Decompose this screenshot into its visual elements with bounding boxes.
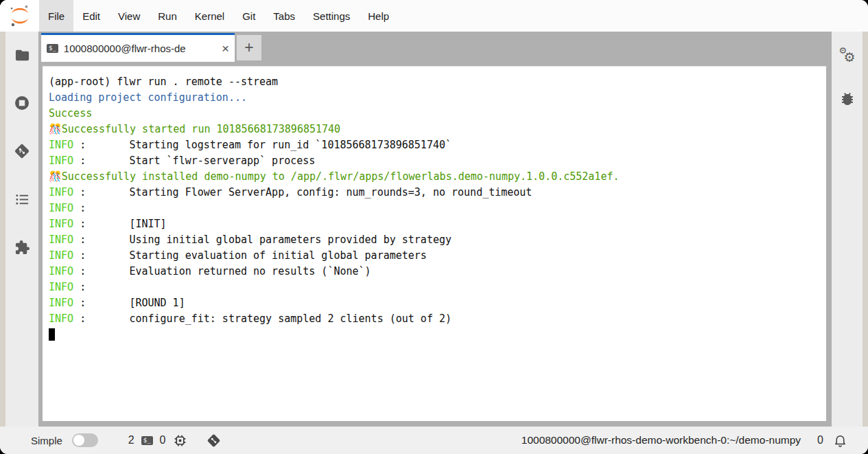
terminal-line: Success: [49, 106, 820, 122]
terminal-cursor: [49, 328, 55, 341]
workspace: $_ 1000800000@flwr-rhos-de × + (app-root…: [0, 32, 868, 427]
terminal-panel[interactable]: (app-root) flwr run . remote --streamLoa…: [43, 66, 826, 421]
app-logo[interactable]: [0, 0, 39, 32]
terminal-line: [49, 327, 820, 343]
sidebar-item-extensions[interactable]: [14, 239, 30, 256]
sessions-status[interactable]: 2 $_ 0: [128, 433, 187, 448]
puzzle-icon: [14, 240, 30, 256]
sidebar-item-property-inspector[interactable]: ⚙⚙: [839, 48, 856, 65]
jupyterlab-window: FileEditViewRunKernelGitTabsSettingsHelp: [0, 0, 868, 454]
sidebar-item-table-of-contents[interactable]: [14, 191, 30, 207]
kernel-chip-icon: [173, 433, 187, 448]
menu-bar-items: FileEditViewRunKernelGitTabsSettingsHelp: [39, 0, 398, 32]
terminal-line: INFO :: [49, 201, 820, 216]
menu-item-view[interactable]: View: [109, 0, 149, 32]
menu-item-run[interactable]: Run: [149, 0, 186, 32]
terminal-line: INFO : Starting evaluation of initial gl…: [49, 248, 820, 264]
right-sidebar: ⚙⚙: [832, 32, 863, 427]
window-right-edge: [863, 32, 868, 427]
left-sidebar: [5, 32, 38, 427]
terminal-line: INFO : Start `flwr-serverapp` process: [49, 153, 820, 169]
simple-mode-toggle[interactable]: [72, 433, 98, 447]
terminal-line: INFO : configure_fit: strategy sampled 2…: [49, 311, 820, 327]
terminal-line: Loading project configuration...: [49, 90, 820, 106]
menu-item-kernel[interactable]: Kernel: [186, 0, 233, 32]
terminal-line: 🎊Successfully installed demo-numpy to /a…: [49, 169, 820, 185]
terminal-line: INFO : Starting Flower ServerApp, config…: [49, 185, 820, 201]
terminal-output[interactable]: (app-root) flwr run . remote --streamLoa…: [49, 74, 820, 343]
terminal-tab[interactable]: $_ 1000800000@flwr-rhos-de ×: [41, 33, 235, 62]
bell-icon: [833, 433, 847, 448]
tab-bar: $_ 1000800000@flwr-rhos-de × +: [38, 32, 832, 62]
terminal-line: INFO : [INIT]: [49, 216, 820, 232]
menu-bar: FileEditViewRunKernelGitTabsSettingsHelp: [0, 0, 868, 32]
terminals-count: 2: [128, 434, 134, 446]
sidebar-item-git[interactable]: [14, 143, 30, 159]
menu-item-help[interactable]: Help: [359, 0, 398, 32]
sidebar-item-running-sessions[interactable]: [14, 95, 30, 111]
bug-icon: [839, 91, 856, 107]
terminal-line: INFO : Using initial global parameters p…: [49, 232, 820, 248]
sidebar-item-file-browser[interactable]: [14, 47, 30, 63]
gears-icon: ⚙⚙: [839, 47, 856, 65]
plus-icon: +: [244, 38, 253, 57]
terminal-tab-icon: $_: [47, 44, 58, 53]
menu-item-edit[interactable]: Edit: [73, 0, 109, 32]
terminal-line: INFO :: [49, 280, 820, 295]
menu-item-git[interactable]: Git: [233, 0, 264, 32]
kernels-count: 0: [160, 434, 166, 446]
status-bar: Simple 2 $_ 0 1000800000@flwr-rhos-demo-…: [0, 427, 868, 454]
git-status[interactable]: [207, 433, 221, 448]
terminal-line: INFO : Evaluation returned no results (`…: [49, 264, 820, 280]
folder-icon: [14, 47, 30, 63]
notifications-button[interactable]: [833, 433, 847, 448]
terminal-line: INFO : Starting logstream for run_id `10…: [49, 137, 820, 153]
git-status-icon: [207, 433, 221, 448]
jupyter-logo-icon: [8, 3, 32, 29]
stop-circle-icon: [14, 95, 30, 111]
main-dock: $_ 1000800000@flwr-rhos-de × + (app-root…: [38, 32, 832, 427]
simple-mode-label: Simple: [31, 435, 62, 446]
toggle-knob: [73, 435, 84, 446]
sidebar-item-debugger[interactable]: [839, 91, 856, 107]
terminal-status-icon: $_: [141, 436, 153, 445]
tab-close-icon[interactable]: ×: [222, 42, 229, 55]
menu-item-tabs[interactable]: Tabs: [264, 0, 304, 32]
notifications-count: 0: [817, 434, 823, 446]
terminal-host-path: 1000800000@flwr-rhos-demo-workbench-0:~/…: [521, 434, 801, 446]
window-left-edge: [0, 32, 5, 427]
menu-item-file[interactable]: File: [39, 0, 73, 32]
git-icon: [14, 143, 30, 159]
menu-item-settings[interactable]: Settings: [304, 0, 359, 32]
new-tab-button[interactable]: +: [237, 35, 261, 60]
list-icon: [14, 192, 30, 207]
terminal-tab-title: 1000800000@flwr-rhos-de: [64, 43, 216, 54]
terminal-line: 🎊Successfully started run 10185668173896…: [49, 122, 820, 137]
terminal-line: INFO : [ROUND 1]: [49, 295, 820, 311]
terminal-line: (app-root) flwr run . remote --stream: [49, 74, 820, 90]
